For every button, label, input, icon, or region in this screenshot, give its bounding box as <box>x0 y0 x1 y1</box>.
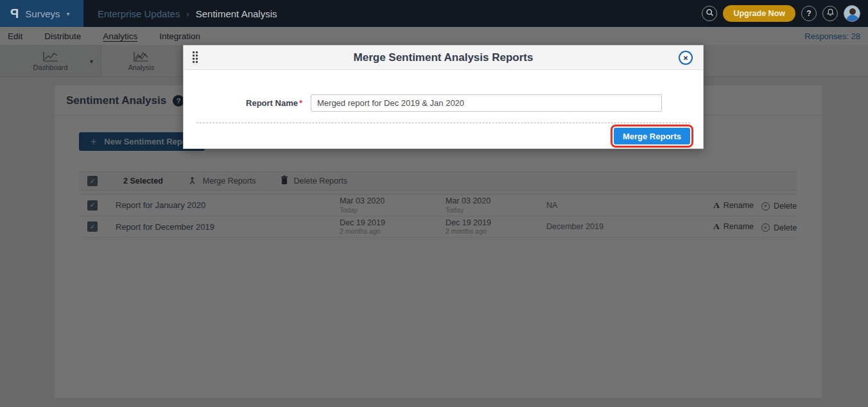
modal-body: Report Name* <box>184 70 703 123</box>
close-icon: ✕ <box>683 55 688 62</box>
drag-handle-icon[interactable] <box>193 51 198 63</box>
breadcrumb-parent[interactable]: Enterprise Updates <box>98 8 180 19</box>
search-button[interactable] <box>702 6 717 21</box>
upgrade-now-button[interactable]: Upgrade Now <box>723 5 795 22</box>
brand-logo-icon: P <box>10 6 19 21</box>
modal-footer: Merge Reports <box>184 123 703 149</box>
required-asterisk: * <box>299 98 302 108</box>
avatar-head <box>849 8 856 15</box>
report-name-input[interactable] <box>311 94 662 112</box>
user-avatar[interactable] <box>844 5 860 22</box>
topbar-actions: Upgrade Now ? <box>702 5 868 22</box>
chevron-down-icon: ▾ <box>67 10 70 17</box>
modal-close-button[interactable]: ✕ <box>679 51 693 65</box>
search-icon <box>706 8 714 19</box>
breadcrumb: Enterprise Updates › Sentiment Analysis <box>98 8 277 19</box>
modal-title: Merge Sentiment Analysis Reports <box>354 51 534 64</box>
help-button[interactable]: ? <box>801 6 817 21</box>
top-bar: P Surveys ▾ Enterprise Updates › Sentime… <box>0 0 868 27</box>
merge-reports-modal: Merge Sentiment Analysis Reports ✕ Repor… <box>183 45 704 149</box>
breadcrumb-current: Sentiment Analysis <box>196 8 277 19</box>
modal-header: Merge Sentiment Analysis Reports ✕ <box>184 46 703 70</box>
product-name: Surveys <box>25 8 60 19</box>
report-name-label-text: Report Name <box>246 98 298 108</box>
product-switcher[interactable]: P Surveys ▾ <box>0 0 83 27</box>
merge-reports-button[interactable]: Merge Reports <box>614 128 690 144</box>
question-mark-icon: ? <box>806 9 811 18</box>
notifications-button[interactable] <box>822 6 838 21</box>
avatar-body <box>846 15 859 22</box>
report-name-label: Report Name* <box>184 94 302 108</box>
bell-icon <box>826 8 835 19</box>
breadcrumb-separator-icon: › <box>186 9 189 19</box>
